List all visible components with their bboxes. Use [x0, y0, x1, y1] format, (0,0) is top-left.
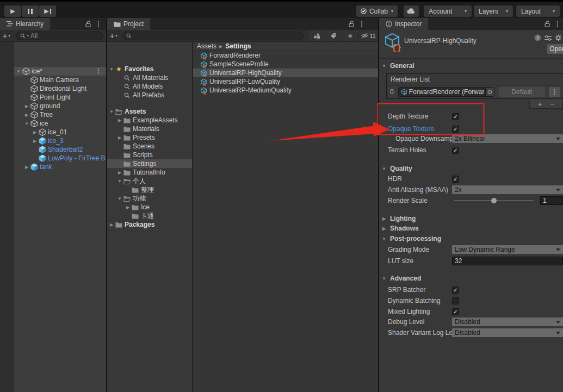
kebab-menu-icon[interactable]: ⋮	[554, 21, 561, 27]
tab-project[interactable]: Project	[107, 18, 150, 30]
foldout-arrow-icon[interactable]: ▶	[32, 130, 38, 135]
foldout-arrow-icon[interactable]: ▶	[125, 205, 131, 210]
hierarchy-item-tank[interactable]: ▶tank	[14, 163, 106, 171]
lut-size-field[interactable]: 32	[452, 257, 563, 265]
lock-icon[interactable]	[545, 21, 550, 27]
section-shadows[interactable]: ▶Shadows	[381, 224, 419, 233]
filter-by-type-button[interactable]	[308, 30, 325, 41]
breadcrumb-root[interactable]: Assets	[197, 42, 216, 50]
project-folder-Materials[interactable]: Materials	[107, 125, 192, 133]
render-scale-value[interactable]: 1	[540, 196, 563, 205]
section-advanced[interactable]: ▼Advanced	[381, 274, 421, 283]
account-dropdown[interactable]: Account▾	[424, 5, 472, 17]
slider-handle[interactable]	[491, 198, 497, 203]
foldout-arrow-icon[interactable]: ▶	[116, 170, 123, 175]
project-folder-个人[interactable]: ▼个人	[107, 177, 192, 185]
section-lighting[interactable]: ▶Lighting	[381, 214, 416, 223]
dynamic-batching-checkbox[interactable]	[452, 297, 459, 304]
favorites-filter-button[interactable]: ★	[342, 30, 358, 41]
file-item-UniversalRP-LowQuality[interactable]: {}UniversalRP-LowQuality	[193, 77, 378, 86]
project-search-input[interactable]	[122, 32, 304, 40]
project-folder-功能[interactable]: ▼功能	[107, 194, 192, 203]
hierarchy-item-ice[interactable]: ▼ice	[14, 119, 106, 128]
presets-icon[interactable]	[545, 35, 552, 41]
foldout-arrow-icon[interactable]: ▼	[108, 67, 115, 72]
gear-icon[interactable]	[555, 34, 562, 41]
lock-icon[interactable]	[85, 21, 91, 27]
kebab-menu-icon[interactable]: ⋮	[358, 21, 365, 27]
lock-icon[interactable]	[349, 21, 355, 27]
project-folder-Packages[interactable]: ▶Packages	[107, 220, 192, 229]
foldout-arrow-icon[interactable]: ▶	[23, 113, 30, 117]
foldout-arrow-icon[interactable]: ▼	[116, 179, 123, 184]
mixed-lighting-checkbox[interactable]: ✓	[452, 308, 459, 315]
opaque-texture-checkbox[interactable]: ✓	[452, 126, 459, 133]
hierarchy-item-Main-Camera[interactable]: Main Camera	[14, 76, 106, 84]
layout-dropdown[interactable]: Layout▾	[516, 5, 560, 17]
foldout-arrow-icon[interactable]: ▼	[116, 196, 123, 201]
project-folder-卡通[interactable]: 卡通	[107, 211, 192, 220]
layers-dropdown[interactable]: Layers▾	[474, 5, 513, 17]
hierarchy-create-button[interactable]: +▾	[0, 32, 13, 40]
play-button[interactable]: ▶	[4, 5, 21, 17]
section-post-processing[interactable]: ▼Post-processing	[381, 234, 441, 243]
renderer-list-row[interactable]: 0 {} ForwardRenderer (Forward Renderer) …	[387, 85, 563, 98]
terrain-holes-checkbox[interactable]: ✓	[452, 147, 459, 154]
hierarchy-item-LowPoly---FirTree-B[interactable]: LowPoly - FirTree B	[14, 154, 106, 163]
hdr-checkbox[interactable]: ✓	[452, 176, 459, 183]
project-folder-ExampleAssets[interactable]: ▶ExampleAssets	[107, 116, 192, 125]
file-item-UniversalRP-MediumQuality[interactable]: {}UniversalRP-MediumQuality	[193, 86, 378, 95]
project-folder-Scenes[interactable]: Scenes	[107, 142, 192, 151]
project-folder-Settings[interactable]: Settings	[107, 159, 192, 168]
project-folder-All-Prefabs[interactable]: All Prefabs	[107, 91, 192, 99]
project-folder-Scripts[interactable]: Scripts	[107, 151, 192, 159]
hierarchy-item-ice_01[interactable]: ▶ice_01	[14, 128, 106, 136]
foldout-arrow-icon[interactable]: ▶	[108, 222, 115, 227]
foldout-arrow-icon[interactable]: ▼	[108, 109, 115, 114]
pause-button[interactable]	[22, 5, 39, 17]
debug-level-dropdown[interactable]: Disabled	[452, 318, 563, 326]
foldout-arrow-icon[interactable]: ▶	[116, 135, 123, 140]
shader-variant-log-dropdown[interactable]: Disabled	[452, 328, 563, 337]
hierarchy-item-Tree[interactable]: ▶Tree	[14, 110, 106, 119]
project-folder-Ice[interactable]: ▶Ice	[107, 203, 192, 211]
cloud-button[interactable]	[404, 5, 419, 17]
hierarchy-item-ice_3[interactable]: ▶ice_3	[14, 136, 106, 145]
section-quality[interactable]: ▼Quality	[381, 164, 412, 173]
file-item-SampleSceneProfile[interactable]: {}SampleSceneProfile	[193, 60, 378, 69]
hidden-packages-toggle[interactable]: 11	[358, 30, 378, 41]
kebab-menu-icon[interactable]: ⋮	[95, 67, 102, 74]
project-folder-Assets[interactable]: ▼Assets	[107, 107, 192, 116]
remove-renderer-button[interactable]: −	[550, 100, 554, 108]
project-folder-TutorialInfo[interactable]: ▶TutorialInfo	[107, 168, 192, 177]
project-create-button[interactable]: +▾	[107, 32, 120, 40]
render-scale-slider[interactable]	[452, 196, 536, 205]
hierarchy-item-Point-Light[interactable]: Point Light	[14, 93, 106, 102]
section-general[interactable]: ▼General	[381, 61, 414, 70]
opaque-downsampling-dropdown[interactable]: 2x Bilinear	[452, 134, 563, 143]
file-item-UniversalRP-HighQuality[interactable]: {}UniversalRP-HighQuality	[193, 69, 378, 77]
hierarchy-item-ice-[interactable]: ▼ice*⋮	[14, 67, 106, 76]
set-default-button[interactable]: Default	[499, 87, 545, 97]
foldout-arrow-icon[interactable]: ▶	[23, 165, 30, 170]
foldout-arrow-icon[interactable]: ▼	[23, 121, 30, 126]
tab-hierarchy[interactable]: Hierarchy	[0, 18, 50, 30]
step-button[interactable]: ▶	[39, 5, 56, 17]
collab-button[interactable]: Collab▾	[356, 5, 398, 17]
project-folder-All-Materials[interactable]: All Materials	[107, 73, 192, 82]
hierarchy-item-ground[interactable]: ▶ground	[14, 102, 106, 110]
project-folder-整理[interactable]: 整理	[107, 185, 192, 194]
add-renderer-button[interactable]: +	[538, 100, 542, 108]
renderer-options-button[interactable]: ⋮	[549, 87, 560, 97]
object-picker-icon[interactable]: ⊙	[485, 88, 494, 96]
file-item-ForwardRenderer[interactable]: {}ForwardRenderer	[193, 51, 378, 60]
foldout-arrow-icon[interactable]: ▶	[32, 139, 38, 144]
tab-inspector[interactable]: Inspector	[379, 18, 428, 30]
hierarchy-item-Shaderball2[interactable]: Shaderball2	[14, 145, 106, 154]
project-folder-Favorites[interactable]: ▼★Favorites	[107, 65, 192, 73]
help-icon[interactable]: ?	[534, 34, 541, 41]
foldout-arrow-icon[interactable]: ▶	[116, 118, 123, 123]
open-button[interactable]: Open	[547, 44, 563, 54]
kebab-menu-icon[interactable]: ⋮	[95, 21, 102, 27]
anti-aliasing-dropdown[interactable]: 2x	[452, 185, 563, 194]
